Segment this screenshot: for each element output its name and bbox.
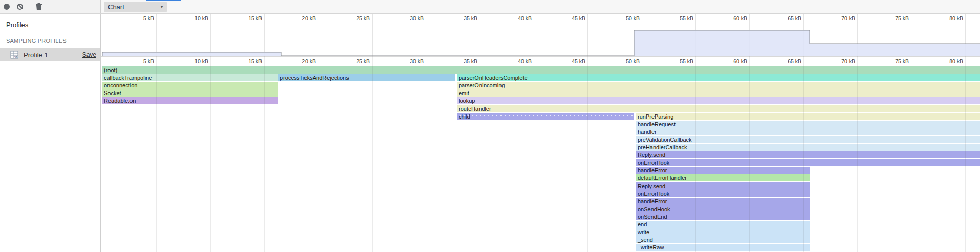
flame-bar-label: preHandlerCallback: [636, 144, 980, 151]
flame-bar[interactable]: runPreParsing: [636, 113, 980, 120]
trash-icon: [36, 3, 42, 10]
flame-bar[interactable]: onconnection: [102, 82, 278, 89]
clear-profiles-button[interactable]: [13, 1, 27, 13]
flame-bar-label: handleError: [636, 167, 810, 174]
flame-bar[interactable]: onErrorHook: [636, 190, 810, 197]
axis-tick-label: 25 kB: [340, 15, 370, 21]
record-button[interactable]: [0, 1, 13, 13]
view-mode-select[interactable]: Chart ▾: [104, 2, 167, 12]
flame-bar-label: onErrorHook: [636, 159, 980, 166]
axis-tick-label: 10 kB: [179, 15, 208, 21]
view-mode-value: Chart: [108, 3, 124, 11]
axis-tick-label: 40 kB: [502, 58, 532, 64]
flame-bar-label: write_: [636, 228, 810, 236]
flame-bar[interactable]: Reply.send: [636, 182, 810, 190]
axis-tick-label: 80 kB: [933, 15, 963, 21]
flame-bar[interactable]: Reply.send: [636, 151, 980, 158]
axis-tick-label: 80 kB: [933, 58, 963, 64]
flame-bar-label: onconnection: [102, 82, 278, 89]
flame-bar[interactable]: handleError: [636, 198, 810, 205]
flame-bar-label: _send: [636, 236, 810, 243]
flame-bar-label: routeHandler: [457, 105, 980, 112]
flame-bar[interactable]: handleRequest: [636, 121, 980, 128]
axis-tick-label: 55 kB: [664, 58, 693, 64]
axis-tick-label: 45 kB: [556, 15, 585, 21]
flame-bar[interactable]: end: [636, 221, 810, 228]
flame-bar-label: handleRequest: [636, 121, 980, 128]
view-toolbar: Chart ▾: [101, 0, 980, 13]
toolbar-left-cluster: [0, 0, 101, 13]
flame-bar[interactable]: write_: [636, 228, 810, 236]
flame-bar[interactable]: callbackTrampoline: [102, 74, 278, 81]
chevron-down-icon: ▾: [161, 5, 163, 9]
profiles-sidebar: Profiles SAMPLING PROFILES % Profile 1 S…: [0, 14, 101, 252]
flame-bar[interactable]: _writeRaw: [636, 244, 810, 251]
axis-tick-label: 50 kB: [610, 15, 640, 21]
axis-tick-label: 20 kB: [286, 58, 316, 64]
flame-bar[interactable]: parserOnHeadersComplete: [457, 74, 980, 81]
flame-bar[interactable]: onErrorHook: [636, 159, 980, 166]
axis-tick-label: 30 kB: [394, 58, 424, 64]
profile-name: Profile 1: [24, 51, 48, 59]
axis-tick-label: 65 kB: [772, 58, 801, 64]
flame-bar[interactable]: processTicksAndRejections: [278, 74, 455, 81]
flame-bar[interactable]: routeHandler: [457, 105, 980, 112]
axis-tick-label: 5 kB: [124, 15, 154, 21]
flame-bar-label: preValidationCallback: [636, 136, 980, 143]
flame-bar[interactable]: lookup: [457, 97, 980, 104]
flame-bar-label: onSendHook: [636, 205, 810, 213]
flame-bar-label: parserOnIncoming: [457, 82, 980, 89]
flame-bar[interactable]: _send: [636, 236, 810, 243]
svg-text:%: %: [14, 55, 17, 59]
sidebar-item-profile-1[interactable]: % Profile 1 Save: [0, 48, 100, 61]
flame-bar-label: (root): [102, 66, 980, 74]
flame-bar[interactable]: parserOnIncoming: [457, 82, 980, 89]
axis-tick-label: 60 kB: [717, 15, 747, 21]
sampling-profiles-section-label: SAMPLING PROFILES: [6, 38, 100, 44]
axis-tick-label: 15 kB: [232, 58, 262, 64]
flame-bar[interactable]: preHandlerCallback: [636, 144, 980, 151]
flame-bar[interactable]: child: [457, 113, 634, 120]
flame-bar-label: end: [636, 221, 810, 228]
flame-bar-label: Readable.on: [102, 97, 278, 104]
flame-bar-label: handler: [636, 128, 980, 135]
active-tab-underline: [146, 0, 181, 1]
flame-chart-ruler: 5 kB10 kB15 kB20 kB25 kB30 kB35 kB40 kB4…: [101, 56, 980, 65]
delete-profile-button[interactable]: [32, 1, 46, 13]
axis-tick-label: 45 kB: [556, 58, 585, 64]
flame-bar[interactable]: (root): [102, 66, 980, 74]
flame-bar[interactable]: emit: [457, 89, 980, 97]
axis-tick-label: 60 kB: [717, 58, 747, 64]
heap-profile-icon: %: [10, 51, 18, 59]
flame-bar-label: Reply.send: [636, 151, 980, 158]
flame-bar-label: _writeRaw: [636, 244, 810, 251]
flame-bar[interactable]: Socket: [102, 89, 278, 97]
memory-overview-timeline[interactable]: [101, 23, 980, 56]
flame-bar-label: child: [457, 113, 634, 120]
flame-bar[interactable]: preValidationCallback: [636, 136, 980, 143]
flame-bar[interactable]: Readable.on: [102, 97, 278, 104]
flame-bar-label: Reply.send: [636, 182, 810, 190]
flame-chart-pane: 5 kB10 kB15 kB20 kB25 kB30 kB35 kB40 kB4…: [101, 14, 980, 252]
axis-tick-label: 70 kB: [825, 15, 855, 21]
flame-bar-label: lookup: [457, 97, 980, 104]
flame-bar-label: processTicksAndRejections: [278, 74, 455, 81]
axis-tick-label: 65 kB: [772, 15, 801, 21]
flame-bar[interactable]: handleError: [636, 167, 810, 174]
flame-bar-label: emit: [457, 89, 980, 97]
flame-bar[interactable]: handler: [636, 128, 980, 135]
axis-tick-label: 75 kB: [879, 58, 909, 64]
flame-bar-label: runPreParsing: [636, 113, 980, 120]
axis-tick-label: 15 kB: [232, 15, 262, 21]
flame-bar[interactable]: defaultErrorHandler: [636, 174, 810, 181]
flame-bar[interactable]: onSendHook: [636, 205, 810, 213]
axis-tick-label: 75 kB: [879, 15, 909, 21]
save-profile-link[interactable]: Save: [82, 51, 96, 58]
axis-tick-label: 70 kB: [825, 58, 855, 64]
clear-icon: [17, 4, 23, 10]
flame-bar[interactable]: onSendEnd: [636, 213, 810, 220]
axis-tick-label: 5 kB: [124, 58, 154, 64]
record-icon: [4, 4, 10, 10]
overview-ruler: 5 kB10 kB15 kB20 kB25 kB30 kB35 kB40 kB4…: [101, 14, 980, 23]
axis-tick-label: 20 kB: [286, 15, 316, 21]
